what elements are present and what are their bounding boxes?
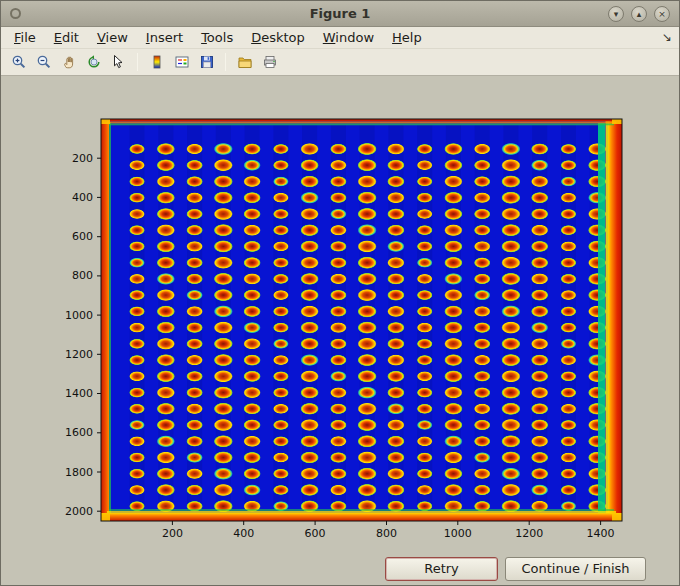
open-icon[interactable]	[234, 52, 255, 73]
svg-text:200: 200	[162, 527, 183, 540]
x-axis-ticks: 200400600800100012001400	[162, 521, 615, 540]
svg-text:800: 800	[376, 527, 397, 540]
menubar: FileEditViewInsertToolsDesktopWindowHelp…	[1, 27, 679, 49]
svg-text:1000: 1000	[65, 309, 93, 322]
figure-canvas: 2004006008001000120014002004006008001000…	[1, 76, 679, 586]
print-icon[interactable]	[259, 52, 280, 73]
svg-text:800: 800	[72, 269, 93, 282]
menubar-items: FileEditViewInsertToolsDesktopWindowHelp	[5, 28, 431, 47]
svg-text:1600: 1600	[65, 426, 93, 439]
dot-grid	[129, 143, 606, 513]
svg-text:400: 400	[72, 191, 93, 204]
svg-text:200: 200	[72, 152, 93, 165]
menu-tools[interactable]: Tools	[192, 28, 242, 47]
toolbar	[1, 49, 679, 76]
svg-text:1400: 1400	[65, 387, 93, 400]
insert-legend-icon[interactable]	[171, 52, 192, 73]
window-title: Figure 1	[1, 6, 679, 21]
menu-view[interactable]: View	[88, 28, 137, 47]
window-menu-icon[interactable]	[10, 8, 21, 19]
continue-finish-button[interactable]: Continue / Finish	[505, 557, 646, 581]
menu-edit[interactable]: Edit	[45, 28, 88, 47]
toolbar-separator	[225, 53, 226, 71]
toolbar-separator	[137, 53, 138, 71]
figure-window: Figure 1 ▾ ▴ × FileEditViewInsertToolsDe…	[0, 0, 680, 586]
menu-desktop[interactable]: Desktop	[242, 28, 314, 47]
svg-text:400: 400	[233, 527, 254, 540]
zoom-in-icon[interactable]	[8, 52, 29, 73]
svg-text:1000: 1000	[444, 527, 472, 540]
maximize-button[interactable]: ▴	[631, 6, 647, 22]
window-controls: ▾ ▴ ×	[608, 6, 670, 22]
menu-insert[interactable]: Insert	[137, 28, 192, 47]
retry-button[interactable]: Retry	[385, 557, 498, 581]
menu-file[interactable]: File	[5, 28, 45, 47]
close-button[interactable]: ×	[654, 6, 670, 22]
menu-window[interactable]: Window	[314, 28, 383, 47]
zoom-out-icon[interactable]	[33, 52, 54, 73]
dock-figure-icon[interactable]: ↘	[662, 30, 672, 44]
heatmap-plot: 2004006008001000120014002004006008001000…	[1, 76, 680, 586]
colorbar-icon[interactable]	[146, 52, 167, 73]
menu-help[interactable]: Help	[383, 28, 431, 47]
data-cursor-icon[interactable]	[108, 52, 129, 73]
svg-text:600: 600	[305, 527, 326, 540]
pan-icon[interactable]	[58, 52, 79, 73]
y-axis-ticks: 200400600800100012001400160018002000	[65, 152, 101, 518]
svg-text:1800: 1800	[65, 466, 93, 479]
titlebar: Figure 1 ▾ ▴ ×	[1, 1, 679, 27]
svg-text:1200: 1200	[515, 527, 543, 540]
save-icon[interactable]	[196, 52, 217, 73]
svg-text:2000: 2000	[65, 505, 93, 518]
minimize-button[interactable]: ▾	[608, 6, 624, 22]
rotate-3d-icon[interactable]	[83, 52, 104, 73]
svg-text:1400: 1400	[587, 527, 615, 540]
svg-text:1200: 1200	[65, 348, 93, 361]
svg-text:600: 600	[72, 230, 93, 243]
